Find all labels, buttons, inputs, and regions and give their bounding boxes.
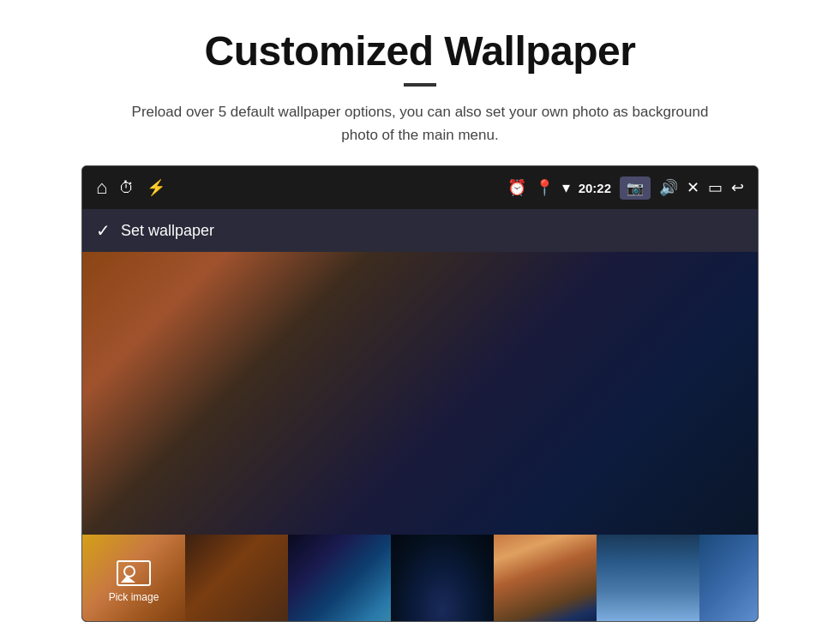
wallpaper-thumb-7[interactable] [699,535,758,622]
android-screen: ⌂ ⏱ ⚡ ⏰ 📍 ▾ 20:22 📷 🔊 ✕ ▭ ↩ ✓ Set wallpa… [81,165,759,622]
window-icon[interactable]: ▭ [708,178,723,197]
status-bar: ⌂ ⏱ ⚡ ⏰ 📍 ▾ 20:22 📷 🔊 ✕ ▭ ↩ [82,166,758,209]
location-icon: 📍 [535,178,554,197]
alarm-icon: ⏱ [119,179,135,197]
volume-icon[interactable]: 🔊 [659,178,678,197]
wallpaper-thumb-6[interactable] [597,535,699,622]
action-bar: ✓ Set wallpaper [82,209,758,252]
wallpaper-thumb-3[interactable] [288,535,391,622]
status-bar-right: ⏰ 📍 ▾ 20:22 📷 🔊 ✕ ▭ ↩ [507,176,744,200]
close-icon[interactable]: ✕ [687,178,699,197]
status-time: 20:22 [579,181,611,195]
confirm-check-icon[interactable]: ✓ [96,220,111,241]
wallpaper-thumb-2[interactable] [185,535,288,622]
wallpaper-preview [82,252,758,535]
page-wrapper: Customized Wallpaper Preload over 5 defa… [0,0,840,622]
set-wallpaper-label: Set wallpaper [121,222,214,240]
pick-image-thumb[interactable]: Pick image [82,535,185,622]
page-title: Customized Wallpaper [205,27,636,75]
back-icon[interactable]: ↩ [731,178,744,197]
title-divider [404,83,436,87]
wallpaper-thumb-5[interactable] [494,535,597,622]
wifi-icon: ▾ [562,178,570,197]
wallpaper-thumb-4[interactable] [391,535,494,622]
pick-image-label: Pick image [109,591,159,603]
status-bar-left: ⌂ ⏱ ⚡ [96,176,165,199]
home-icon[interactable]: ⌂ [96,176,107,199]
alarm-right-icon: ⏰ [507,178,526,197]
pick-image-icon [117,560,151,586]
usb-icon: ⚡ [147,178,165,197]
page-subtitle: Preload over 5 default wallpaper options… [111,100,729,147]
camera-icon[interactable]: 📷 [620,176,651,200]
thumbnail-strip: Pick image [82,535,758,622]
